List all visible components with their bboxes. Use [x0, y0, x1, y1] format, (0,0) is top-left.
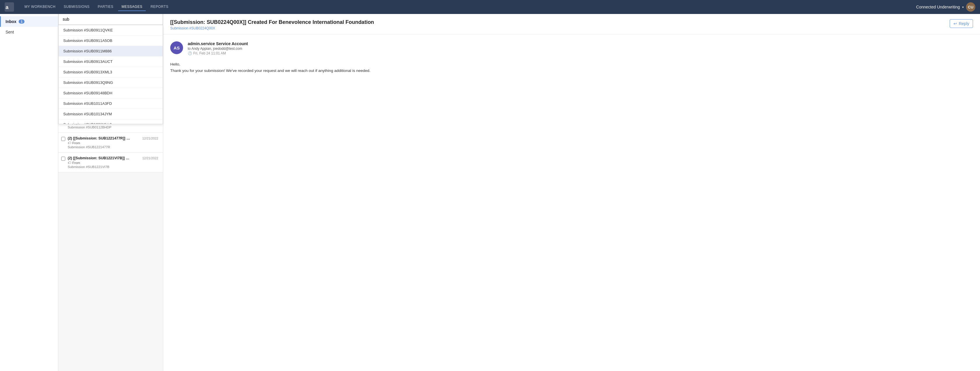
message-text: Hello, Thank you for your submission! We…: [170, 61, 973, 74]
msg-item-from: 🏷 From: [68, 141, 158, 145]
search-input-wrapper: [58, 14, 163, 25]
app-name-chevron[interactable]: ▾: [962, 6, 964, 9]
search-dropdown-item[interactable]: Submission #SUB09148BDH: [59, 88, 163, 98]
sent-label: Sent: [6, 30, 14, 34]
nav-links: MY WORKBENCHSUBMISSIONSPARTIESMESSAGESRE…: [21, 3, 916, 11]
sidebar-item-sent[interactable]: Sent: [0, 27, 58, 37]
from-label: From: [72, 141, 80, 145]
search-dropdown-item[interactable]: Submission #SUB10134JYM: [59, 109, 163, 119]
sender-name: admin.service Service Account: [188, 41, 973, 46]
message-list-panel: Submission #SUB0911QVKESubmission #SUB09…: [58, 14, 163, 371]
list-item[interactable]: (2) [[Submission: SUB1221VI7B]] Created …: [58, 152, 163, 173]
reply-icon: ↩: [953, 21, 957, 26]
sender-row: AS admin.service Service Account to Andy…: [170, 41, 973, 55]
msg-checkbox[interactable]: [61, 157, 65, 161]
search-input[interactable]: [59, 14, 163, 25]
msg-item-from: 🏷 From: [68, 161, 158, 165]
search-dropdown-item[interactable]: Submission #SUB0911M886: [59, 46, 163, 57]
nav-link-parties[interactable]: PARTIES: [94, 3, 117, 11]
main-layout: Inbox 1 Sent Submission #SUB0911QVKESubm…: [0, 14, 980, 371]
sender-initials: AS: [174, 46, 180, 51]
sidebar: Inbox 1 Sent: [0, 14, 58, 371]
search-dropdown-item[interactable]: Submission #SUB0913XML3: [59, 67, 163, 78]
sender-avatar: AS: [170, 41, 183, 54]
message-detail-sublink[interactable]: Submission #SUB0224Q00X: [170, 26, 215, 30]
nav-link-submissions[interactable]: SUBMISSIONS: [60, 3, 93, 11]
msg-item-sub: Submission #SUB0112BHDP: [68, 125, 158, 129]
search-dropdown-item[interactable]: Submission #SUB0913AUCT: [59, 57, 163, 67]
reply-button[interactable]: ↩ Reply: [950, 19, 973, 28]
msg-checkbox[interactable]: [61, 137, 65, 141]
sender-time: 🕐 Fri, Feb 24 11:01 AM: [188, 51, 973, 55]
app-name[interactable]: Connected Underwriting: [916, 5, 960, 10]
message-line-2: Thank you for your submission! We've rec…: [170, 68, 973, 74]
search-container: Submission #SUB0911QVKESubmission #SUB09…: [58, 14, 163, 124]
message-line-1: Hello,: [170, 61, 973, 68]
message-detail-panel: [[Submission: SUB0224Q00X]] Created For …: [163, 14, 980, 371]
avatar-initials: CU: [968, 5, 974, 10]
message-detail-header: [[Submission: SUB0224Q00X]] Created For …: [163, 14, 980, 34]
msg-item-date: 12/21/2022: [142, 156, 158, 160]
msg-item-sub: Submission #SUB1221477R: [68, 145, 158, 149]
tag-icon: 🏷: [68, 141, 71, 145]
msg-item-title: (2) [[Submission: SUB1221477R]] Created: [68, 136, 132, 140]
sidebar-item-inbox[interactable]: Inbox 1: [0, 16, 58, 27]
search-dropdown-item[interactable]: Submission #SUB0913Q9NG: [59, 78, 163, 88]
msg-item-title: (2) [[Submission: SUB1221VI7B]] Created: [68, 156, 132, 160]
top-nav: a MY WORKBENCHSUBMISSIONSPARTIESMESSAGES…: [0, 0, 980, 14]
reply-label: Reply: [959, 21, 969, 26]
msg-item-content: (2) [[Submission: SUB1221VI7B]] Created …: [68, 156, 158, 169]
message-detail-header-content: [[Submission: SUB0224Q00X]] Created For …: [170, 19, 374, 30]
inbox-badge: 1: [19, 19, 24, 24]
sender-info: admin.service Service Account to Andy Ap…: [188, 41, 973, 55]
list-item[interactable]: (2) [[Submission: SUB1221477R]] Created …: [58, 133, 163, 152]
search-dropdown-item[interactable]: Submission #SUB1201MLL3: [59, 119, 163, 124]
inbox-label: Inbox: [6, 19, 16, 24]
nav-link-my-workbench[interactable]: MY WORKBENCH: [21, 3, 59, 11]
clock-icon: 🕐: [188, 51, 192, 55]
nav-right: Connected Underwriting ▾ CU: [916, 2, 975, 12]
search-dropdown: Submission #SUB0911QVKESubmission #SUB09…: [58, 25, 163, 124]
msg-item-header: (2) [[Submission: SUB1221VI7B]] Created …: [68, 156, 158, 160]
avatar[interactable]: CU: [966, 2, 975, 12]
search-dropdown-item[interactable]: Submission #SUB1011A3FD: [59, 98, 163, 109]
sender-to: to Andy Appian, joedodd@test.com: [188, 47, 973, 51]
svg-text:a: a: [6, 4, 9, 10]
nav-link-reports[interactable]: REPORTS: [147, 3, 172, 11]
tag-icon: 🏷: [68, 161, 71, 165]
message-body: AS admin.service Service Account to Andy…: [163, 34, 980, 371]
from-label: From: [72, 161, 80, 165]
message-detail-title: [[Submission: SUB0224Q00X]] Created For …: [170, 19, 374, 25]
nav-link-messages[interactable]: MESSAGES: [118, 3, 146, 11]
msg-item-content: (2) [[Submission: SUB1221477R]] Created …: [68, 136, 158, 149]
search-dropdown-item[interactable]: Submission #SUB0911QVKE: [59, 25, 163, 35]
msg-item-sub: Submission #SUB1221VI7B: [68, 165, 158, 169]
sender-time-text: Fri, Feb 24 11:01 AM: [193, 51, 226, 55]
search-dropdown-item[interactable]: Submission #SUB0911A5OB: [59, 35, 163, 46]
msg-item-header: (2) [[Submission: SUB1221477R]] Created …: [68, 136, 158, 140]
app-logo[interactable]: a: [5, 2, 14, 12]
msg-item-date: 12/21/2022: [142, 136, 158, 140]
